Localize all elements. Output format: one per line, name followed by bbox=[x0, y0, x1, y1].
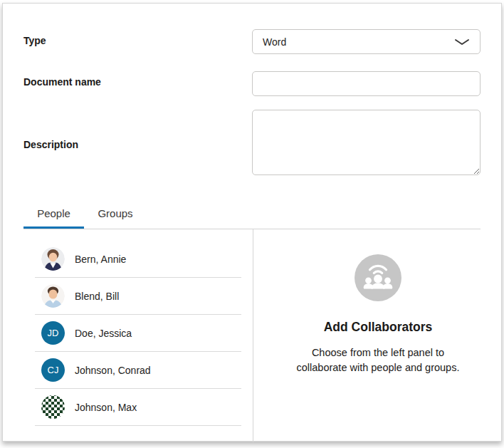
tab-people-label: People bbox=[37, 205, 70, 219]
avatar-photo-man bbox=[41, 284, 65, 308]
add-collaborators-panel: Add Collaborators Choose from the left p… bbox=[253, 229, 503, 442]
person-name: Johnson, Max bbox=[75, 402, 137, 413]
list-item-blend-bill[interactable]: Blend, Bill bbox=[35, 278, 241, 315]
description-textarea[interactable] bbox=[252, 110, 481, 175]
list-item-doe-jessica[interactable]: JD Doe, Jessica bbox=[35, 315, 241, 352]
empty-state-title: Add Collaborators bbox=[324, 320, 433, 335]
avatar-initials-jd: JD bbox=[41, 321, 65, 345]
list-item-johnson-conrad[interactable]: CJ Johnson, Conrad bbox=[35, 352, 241, 389]
collaborate-people-wifi-icon bbox=[355, 254, 401, 301]
person-name: Blend, Bill bbox=[75, 291, 119, 302]
list-item-johnson-max[interactable]: Johnson, Max bbox=[35, 389, 241, 426]
tab-people[interactable]: People bbox=[23, 205, 84, 229]
collaborator-tabs: People Groups bbox=[23, 205, 144, 229]
person-name: Johnson, Conrad bbox=[75, 365, 151, 376]
dialog-canvas: Type Document name Description Word Peop… bbox=[0, 0, 504, 448]
type-label: Type bbox=[23, 35, 46, 46]
person-name: Bern, Annie bbox=[75, 254, 126, 265]
list-item-bern-annie[interactable]: Bern, Annie bbox=[35, 241, 241, 278]
document-name-input[interactable] bbox=[252, 71, 481, 96]
tab-groups-label: Groups bbox=[98, 205, 132, 219]
chevron-down-icon bbox=[454, 38, 470, 46]
avatar-pattern-image bbox=[41, 395, 65, 419]
person-name: Doe, Jessica bbox=[75, 328, 132, 339]
tab-groups[interactable]: Groups bbox=[87, 205, 144, 229]
empty-state-description: Choose from the left panel to collaborat… bbox=[288, 345, 468, 375]
type-dropdown[interactable]: Word bbox=[252, 29, 481, 54]
description-label: Description bbox=[23, 139, 78, 150]
document-name-label: Document name bbox=[23, 76, 101, 88]
avatar-initials-cj: CJ bbox=[41, 358, 65, 382]
people-list: Bern, Annie Blend, Bill bbox=[35, 241, 241, 426]
avatar-photo-woman bbox=[41, 247, 65, 271]
new-document-dialog: Type Document name Description Word Peop… bbox=[2, 3, 502, 442]
type-dropdown-value: Word bbox=[263, 36, 286, 48]
